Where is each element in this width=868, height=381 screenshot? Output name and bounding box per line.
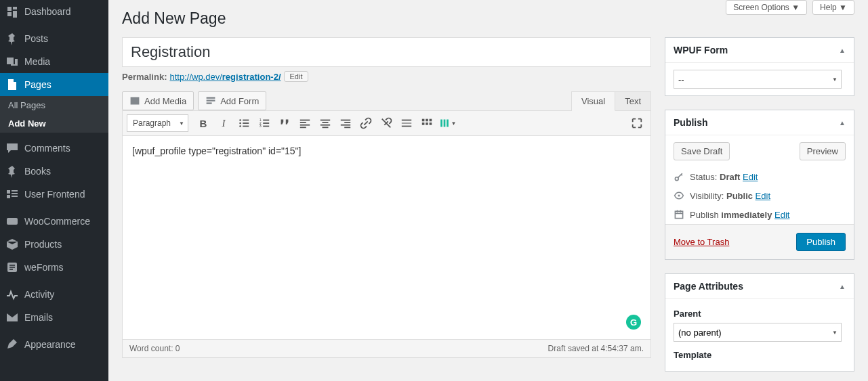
svg-rect-29	[344, 127, 350, 128]
activity-icon	[5, 288, 19, 301]
sidebar-item-label: Activity	[24, 289, 54, 300]
svg-rect-37	[426, 122, 428, 125]
save-draft-button[interactable]: Save Draft	[674, 142, 730, 160]
publish-button[interactable]: Publish	[796, 233, 846, 251]
eye-icon	[674, 190, 684, 201]
sidebar-item-books[interactable]: Books	[0, 160, 108, 183]
align-center-button[interactable]	[316, 114, 335, 133]
svg-rect-32	[402, 126, 411, 127]
sidebar-item-media[interactable]: Media	[0, 50, 108, 73]
toggle-icon[interactable]: ▲	[839, 119, 846, 127]
format-select[interactable]: Paragraph	[127, 114, 188, 132]
blockquote-button[interactable]	[275, 114, 294, 133]
svg-rect-15	[263, 122, 269, 124]
sidebar-item-label: weForms	[24, 262, 64, 273]
post-title-input[interactable]	[122, 37, 651, 67]
visibility-edit-link[interactable]: Edit	[756, 191, 770, 201]
fullscreen-button[interactable]	[627, 114, 646, 133]
word-count: Word count: 0	[129, 344, 180, 353]
italic-button[interactable]: I	[214, 114, 233, 133]
sidebar-item-label: Comments	[24, 143, 70, 154]
svg-rect-30	[402, 120, 411, 121]
appearance-icon	[5, 338, 19, 351]
sidebar-item-label: Emails	[24, 312, 53, 323]
svg-rect-0	[7, 218, 18, 225]
tab-visual[interactable]: Visual	[572, 92, 615, 111]
svg-rect-28	[341, 125, 350, 126]
sidebar-item-pages[interactable]: Pages	[0, 73, 108, 96]
grammarly-icon[interactable]: G	[626, 315, 641, 330]
link-button[interactable]	[356, 114, 375, 133]
status-edit-link[interactable]: Edit	[743, 172, 758, 182]
wpuf-shortcode-button[interactable]: ▼	[438, 114, 457, 133]
wpuf-form-select[interactable]: --	[674, 70, 842, 89]
svg-rect-23	[323, 122, 329, 123]
align-right-button[interactable]	[336, 114, 355, 133]
permalink-edit-button[interactable]: Edit	[284, 71, 309, 82]
editor-footer: Word count: 0 Draft saved at 4:54:37 am.	[123, 339, 650, 357]
svg-rect-18	[300, 120, 310, 121]
numbered-list-button[interactable]: 123	[255, 114, 274, 133]
toggle-icon[interactable]: ▲	[839, 283, 846, 290]
screen-meta: Screen Options ▼ Help ▼	[726, 0, 854, 15]
sidebar-item-label: User Frontend	[24, 189, 85, 200]
parent-select[interactable]: (no parent)	[674, 323, 842, 342]
sidebar-item-user-frontend[interactable]: User Frontend	[0, 183, 108, 206]
sidebar-item-label: Appearance	[24, 339, 76, 350]
editor-content[interactable]: [wpuf_profile type="registration" id="15…	[123, 136, 650, 339]
tab-text[interactable]: Text	[615, 92, 650, 110]
template-label: Template	[674, 350, 846, 360]
admin-sidebar: Dashboard Posts Media Pages All Pages Ad…	[0, 0, 108, 381]
toggle-icon[interactable]: ▲	[839, 47, 846, 54]
move-to-trash-link[interactable]: Move to Trash	[674, 237, 729, 247]
svg-rect-3	[207, 97, 215, 98]
sidebar-item-label: Media	[24, 56, 50, 67]
page-icon	[5, 78, 19, 91]
screen-options-button[interactable]: Screen Options ▼	[726, 0, 807, 15]
unlink-button[interactable]	[377, 114, 396, 133]
submenu-all-pages[interactable]: All Pages	[0, 96, 108, 114]
bullet-list-button[interactable]	[234, 114, 253, 133]
sidebar-item-woocommerce[interactable]: WooCommerce	[0, 210, 108, 233]
sidebar-item-posts[interactable]: Posts	[0, 27, 108, 50]
editor-container: Paragraph B I 123 ▼ [w	[122, 110, 651, 358]
sidebar-item-products[interactable]: Products	[0, 233, 108, 256]
sidebar-item-appearance[interactable]: Appearance	[0, 333, 108, 356]
preview-button[interactable]: Preview	[800, 142, 846, 160]
add-form-button[interactable]: Add Form	[198, 91, 266, 110]
sidebar-item-activity[interactable]: Activity	[0, 283, 108, 306]
form-icon	[5, 261, 19, 274]
publish-box: Publish▲ Save Draft Preview Status: Draf…	[665, 110, 854, 260]
editor-tabs: Visual Text	[571, 91, 651, 110]
user-frontend-icon	[5, 187, 19, 201]
sidebar-item-label: Dashboard	[24, 6, 71, 17]
svg-rect-35	[430, 119, 432, 122]
submenu-add-new[interactable]: Add New	[0, 114, 108, 133]
toolbar-toggle-button[interactable]	[417, 114, 436, 133]
sidebar-item-dashboard[interactable]: Dashboard	[0, 0, 108, 23]
editor-toolbar: Paragraph B I 123 ▼	[123, 111, 650, 136]
sidebar-item-weforms[interactable]: weForms	[0, 256, 108, 279]
permalink-link[interactable]: http://wp.dev/registration-2/	[169, 72, 281, 82]
svg-point-6	[239, 119, 241, 121]
svg-rect-17	[263, 126, 269, 127]
sidebar-item-comments[interactable]: Comments	[0, 137, 108, 160]
svg-rect-26	[341, 120, 350, 121]
media-icon	[5, 55, 19, 68]
calendar-icon	[674, 209, 684, 220]
sidebar-item-emails[interactable]: Emails	[0, 306, 108, 329]
help-button[interactable]: Help ▼	[812, 0, 854, 15]
more-button[interactable]	[397, 114, 416, 133]
sidebar-item-label: WooCommerce	[24, 216, 90, 227]
svg-point-40	[678, 194, 680, 196]
svg-rect-20	[300, 125, 310, 126]
align-left-button[interactable]	[295, 114, 314, 133]
sidebar-item-label: Pages	[24, 79, 51, 90]
svg-text:3: 3	[260, 124, 262, 128]
schedule-edit-link[interactable]: Edit	[774, 210, 789, 220]
svg-rect-7	[243, 120, 249, 121]
add-media-button[interactable]: Add Media	[122, 91, 194, 110]
wpuf-form-heading: WPUF Form	[674, 45, 728, 55]
bold-button[interactable]: B	[194, 114, 213, 133]
dashboard-icon	[5, 5, 19, 18]
